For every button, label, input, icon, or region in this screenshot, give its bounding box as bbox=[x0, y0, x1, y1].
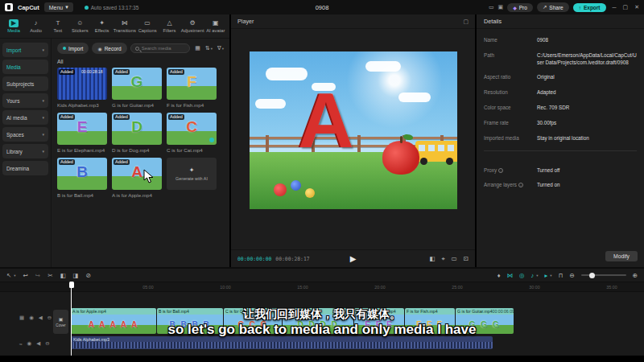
detail-row-proxy: Proxy i Turned off bbox=[484, 167, 637, 175]
filter-icon[interactable]: ∇▾ bbox=[217, 45, 224, 51]
audio-thumbnail: Added 00:00:28:18 bbox=[57, 68, 107, 100]
sidebar-item-dreamina[interactable]: Dreamina bbox=[2, 161, 48, 175]
media-item-g-guitar[interactable]: Added G G is for Guitar.mp4 bbox=[112, 68, 162, 108]
chevron-down-icon[interactable]: ▾ bbox=[550, 274, 551, 278]
fullscreen-icon[interactable]: ⊡ bbox=[464, 255, 469, 263]
stickers-icon: ☺ bbox=[75, 19, 85, 27]
media-item-f-fish[interactable]: Added F F is for Fish.mp4 bbox=[167, 68, 217, 108]
media-item-a-apple[interactable]: Added A A is for Apple.mp4 bbox=[112, 158, 162, 198]
section-label-all[interactable]: All bbox=[57, 59, 224, 64]
collapse-track-icon[interactable]: ⊖ bbox=[45, 340, 49, 347]
bottom-strip bbox=[0, 356, 644, 362]
media-item-e-elephant[interactable]: Added E E is for Elephant.mp4 bbox=[57, 113, 107, 153]
pro-button[interactable]: ◆ Pro bbox=[507, 3, 533, 12]
preview-axis-icon[interactable]: ⋈ bbox=[506, 272, 513, 279]
search-icon bbox=[135, 47, 139, 51]
export-button[interactable]: ↑ Export bbox=[573, 3, 606, 12]
info-icon[interactable]: i bbox=[518, 183, 523, 187]
video-options-icon[interactable]: ▸ bbox=[545, 272, 548, 279]
sidebar-item-spaces[interactable]: Spaces ▾ bbox=[2, 127, 48, 142]
cloud bbox=[398, 93, 431, 102]
mute-track-icon[interactable]: ◀ bbox=[36, 340, 40, 347]
search-input[interactable] bbox=[142, 46, 186, 51]
media-item-c-cat[interactable]: Added C C is for Cat.mp4 bbox=[167, 113, 217, 153]
sidebar-item-yours[interactable]: Yours ▾ bbox=[2, 93, 48, 108]
link-clips-icon[interactable]: ◎ bbox=[519, 272, 525, 279]
import-button[interactable]: Import bbox=[57, 43, 89, 54]
sidebar-item-library[interactable]: Library ▾ bbox=[2, 144, 48, 158]
audio-options-icon[interactable]: ♪ bbox=[531, 272, 535, 279]
record-icon: ◉ bbox=[97, 46, 101, 51]
timeline-zoom-slider[interactable] bbox=[581, 274, 626, 276]
delete-icon[interactable]: ⊘ bbox=[86, 272, 91, 279]
minimize-button[interactable]: ─ bbox=[613, 5, 617, 10]
panel-layout-icon[interactable]: ▣ bbox=[498, 4, 504, 10]
waveform-icon[interactable]: ≈ bbox=[19, 341, 23, 347]
tab-text[interactable]: T Text bbox=[47, 19, 68, 33]
detail-row-frame-rate: Frame rate 30.00fps bbox=[484, 120, 637, 127]
added-badge: Added bbox=[59, 114, 75, 120]
play-button[interactable]: ▶ bbox=[350, 254, 357, 263]
voiceover-mic-icon[interactable]: ♦ bbox=[497, 272, 501, 279]
tab-media[interactable]: ▶ Media bbox=[3, 19, 24, 33]
video-preview[interactable]: A bbox=[250, 51, 457, 209]
media-item-d-dog[interactable]: Added D D is for Dog.mp4 bbox=[112, 113, 162, 153]
zoom-out-icon[interactable]: ⊖ bbox=[569, 272, 574, 279]
video-thumbnail: Added F bbox=[167, 68, 217, 100]
detach-player-icon[interactable]: ▢ bbox=[463, 19, 469, 25]
synced-badge-icon bbox=[209, 138, 214, 142]
zoom-in-icon[interactable]: ⊕ bbox=[633, 272, 638, 279]
layout-toggle-icon[interactable]: ▭ bbox=[489, 4, 494, 10]
generate-with-ai-tile[interactable]: ✦ Generate with AI bbox=[167, 158, 217, 198]
pro-label: Pro bbox=[519, 5, 527, 10]
video-thumbnail: Added B bbox=[57, 158, 107, 190]
split-icon[interactable]: ✂ bbox=[47, 272, 52, 279]
tab-audio[interactable]: ♪ Audio bbox=[25, 19, 46, 33]
maximize-button[interactable]: ▢ bbox=[623, 4, 629, 10]
mirror-preview-icon[interactable]: ◧ bbox=[429, 255, 435, 263]
grid-view-icon[interactable]: ▦ bbox=[195, 45, 200, 51]
menu-button[interactable]: Menu ▾ bbox=[44, 2, 73, 12]
tab-ai-avatar[interactable]: ▣ AI avatar bbox=[205, 19, 226, 33]
tab-stickers[interactable]: ☺ Stickers bbox=[69, 19, 90, 33]
timeline-ruler[interactable]: 05:00 10:00 15:00 20:00 25:00 30:00 35:0… bbox=[0, 282, 644, 292]
audio-clip-kids-alphabet[interactable]: Kids Alphabet.mp3 bbox=[71, 336, 493, 349]
hide-track-icon[interactable]: ◉ bbox=[27, 340, 32, 347]
sidebar-item-import[interactable]: Import ▾ bbox=[2, 43, 48, 57]
undo-icon[interactable]: ↩ bbox=[23, 272, 28, 279]
record-button[interactable]: ◉ Record bbox=[92, 43, 126, 54]
sidebar-item-media[interactable]: Media bbox=[2, 60, 48, 74]
search-box[interactable] bbox=[130, 43, 191, 53]
detail-row-path: Path C:/Users/Emerson/AppData/Local/CapC… bbox=[484, 52, 637, 67]
media-item-kids-alphabet[interactable]: Added 00:00:28:18 Kids Alphabet.mp3 bbox=[57, 68, 107, 108]
close-button[interactable]: ✕ bbox=[634, 4, 639, 10]
select-tool-icon[interactable]: ↖ bbox=[6, 272, 11, 279]
tab-transitions[interactable]: ⋈ Transitions bbox=[114, 19, 136, 33]
media-item-b-ball[interactable]: Added B B is for Ball.mp4 bbox=[57, 158, 107, 198]
tracking-icon[interactable]: ⌖ bbox=[441, 255, 444, 263]
sparkle-icon: ✦ bbox=[189, 167, 195, 174]
tab-filters[interactable]: △ Filters bbox=[159, 19, 180, 33]
trim-left-icon[interactable]: ◧ bbox=[60, 272, 65, 279]
share-button[interactable]: ↗ Share bbox=[537, 2, 569, 12]
modify-button[interactable]: Modify bbox=[605, 251, 638, 261]
detail-row-imported-media: Imported media Stay in original location bbox=[484, 135, 637, 142]
added-badge: Added bbox=[168, 114, 184, 120]
trim-right-icon[interactable]: ◨ bbox=[73, 272, 79, 279]
tab-adjustment[interactable]: ⚙ Adjustment bbox=[181, 19, 204, 33]
snapping-icon[interactable]: ⊓ bbox=[559, 272, 564, 279]
tab-captions[interactable]: ▭ Captions bbox=[137, 19, 158, 33]
sort-icon[interactable]: ⇅▾ bbox=[205, 45, 213, 51]
audio-waveform bbox=[71, 342, 493, 348]
redo-icon[interactable]: ↪ bbox=[35, 272, 40, 279]
transitions-icon: ⋈ bbox=[120, 19, 130, 27]
chevron-down-icon[interactable]: ▾ bbox=[536, 274, 538, 278]
ratio-icon[interactable]: ▭ bbox=[452, 255, 457, 263]
tab-effects[interactable]: ✦ Effects bbox=[91, 19, 112, 33]
share-label: Share bbox=[549, 5, 563, 10]
sidebar-item-ai-media[interactable]: AI media ▾ bbox=[2, 110, 48, 125]
chevron-down-icon: ▾ bbox=[42, 98, 44, 103]
info-icon[interactable]: i bbox=[498, 168, 503, 173]
chevron-down-icon[interactable]: ▾ bbox=[14, 274, 15, 278]
sidebar-item-subprojects[interactable]: Subprojects bbox=[2, 76, 48, 91]
